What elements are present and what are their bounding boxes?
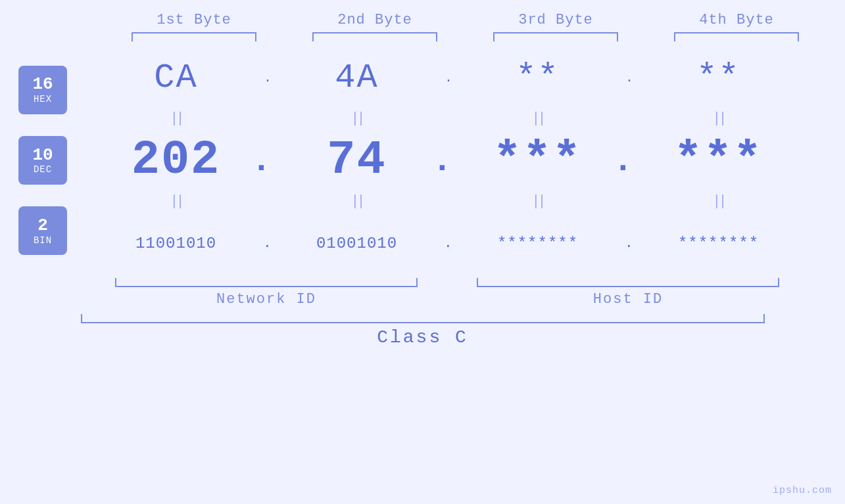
eq2-sign3: || xyxy=(531,197,543,206)
equals-row-2: || || || || xyxy=(85,190,845,214)
bin-cell-4: ******** xyxy=(628,235,809,252)
eq1-sign2: || xyxy=(350,114,362,123)
eq2-sign2: || xyxy=(350,197,362,206)
network-bracket-line xyxy=(115,278,418,287)
dec-value-4: *** xyxy=(674,133,763,187)
host-bracket xyxy=(447,278,809,287)
main-container: 1st Byte 2nd Byte 3rd Byte 4th Byte 16 H… xyxy=(0,0,845,504)
eq1-cell1: || xyxy=(85,114,266,123)
eq2-sign4: || xyxy=(712,197,724,206)
byte1-header: 1st Byte xyxy=(104,12,285,28)
eq1-sign4: || xyxy=(712,114,724,123)
byte-headers-row: 1st Byte 2nd Byte 3rd Byte 4th Byte xyxy=(0,12,845,28)
dec-data-row: 202 . 74 . *** . *** xyxy=(85,131,845,190)
hex-cell-2: 4A . xyxy=(266,58,447,97)
bottom-section: Network ID Host ID xyxy=(0,278,845,308)
bracket-line-1 xyxy=(132,32,256,41)
eq2-sign1: || xyxy=(170,197,181,206)
hex-badge: 16 HEX xyxy=(18,66,67,114)
byte4-header: 4th Byte xyxy=(646,12,827,28)
hex-badge-number: 16 xyxy=(32,75,53,94)
eq2-cell2: || xyxy=(266,197,447,206)
hex-cell-3: ** . xyxy=(447,58,628,97)
bin-data-row: 11001010 . 01001010 . ******** . *******… xyxy=(85,214,845,273)
equals-row-1: || || || || xyxy=(85,107,845,131)
class-label-row: Class C xyxy=(377,327,468,348)
bin-badge-label: BIN xyxy=(34,235,52,246)
dec-badge-number: 10 xyxy=(32,146,53,165)
eq1-cell2: || xyxy=(266,114,447,123)
hex-value-2: 4A xyxy=(335,58,378,97)
hex-cell-1: CA . xyxy=(85,58,266,97)
bracket-byte1 xyxy=(104,32,285,41)
bracket-byte4 xyxy=(646,32,827,41)
eq1-cell3: || xyxy=(447,114,628,123)
network-id-label: Network ID xyxy=(85,291,447,308)
dec-value-1: 202 xyxy=(132,133,221,187)
eq1-sign3: || xyxy=(531,114,543,123)
class-bracket-row xyxy=(0,314,845,323)
dec-cell-4: *** xyxy=(628,133,809,187)
bracket-line-2 xyxy=(312,32,437,41)
eq2-cell4: || xyxy=(628,197,809,206)
network-host-brackets xyxy=(85,278,845,287)
top-brackets xyxy=(0,32,845,41)
bin-value-4: ******** xyxy=(678,235,759,252)
eq2-cell1: || xyxy=(85,197,266,206)
hex-value-4: ** xyxy=(696,58,740,97)
bin-badge-number: 2 xyxy=(37,216,48,235)
dec-badge-label: DEC xyxy=(34,164,52,175)
bracket-byte2 xyxy=(285,32,466,41)
dec-value-2: 74 xyxy=(327,133,386,187)
host-id-label: Host ID xyxy=(447,291,809,308)
eq1-sign1: || xyxy=(170,114,181,123)
bin-value-2: 01001010 xyxy=(316,235,397,252)
bin-value-1: 11001010 xyxy=(135,235,216,252)
dec-cell-1: 202 . xyxy=(85,133,266,187)
badges-column: 16 HEX 10 DEC 2 BIN xyxy=(0,48,85,273)
class-bracket-line xyxy=(81,314,765,323)
network-host-labels: Network ID Host ID xyxy=(85,291,845,308)
dec-value-3: *** xyxy=(493,133,583,187)
eq2-cell3: || xyxy=(447,197,628,206)
eq1-cell4: || xyxy=(628,114,809,123)
watermark: ipshu.com xyxy=(773,485,832,496)
data-rows-column: CA . 4A . ** . ** || xyxy=(85,48,845,273)
bin-value-3: ******** xyxy=(497,235,578,252)
hex-data-row: CA . 4A . ** . ** xyxy=(85,48,845,107)
hex-value-3: ** xyxy=(516,58,559,97)
hex-badge-label: HEX xyxy=(34,94,52,104)
dec-cell-3: *** . xyxy=(447,133,628,187)
dec-badge: 10 DEC xyxy=(18,136,67,185)
bracket-line-3 xyxy=(493,32,618,41)
hex-value-1: CA xyxy=(154,58,197,97)
bin-badge: 2 BIN xyxy=(18,206,67,255)
network-bracket xyxy=(85,278,447,287)
host-bracket-line xyxy=(477,278,779,287)
dec-cell-2: 74 . xyxy=(266,133,447,187)
byte2-header: 2nd Byte xyxy=(285,12,466,28)
bracket-byte3 xyxy=(466,32,646,41)
hex-cell-4: ** xyxy=(628,58,809,97)
bracket-line-4 xyxy=(674,32,799,41)
bin-cell-1: 11001010 . xyxy=(85,235,266,252)
class-label: Class C xyxy=(377,327,468,348)
bin-cell-3: ******** . xyxy=(447,235,628,252)
bin-cell-2: 01001010 . xyxy=(266,235,447,252)
main-data-area: 16 HEX 10 DEC 2 BIN CA . 4A xyxy=(0,48,845,273)
byte3-header: 3rd Byte xyxy=(466,12,646,28)
